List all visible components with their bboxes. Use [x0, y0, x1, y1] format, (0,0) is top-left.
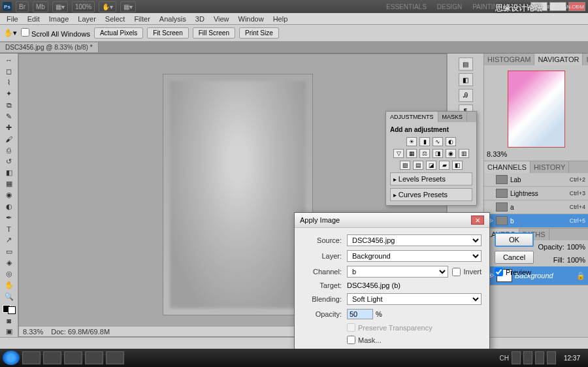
menu-window[interactable]: Window [235, 14, 268, 24]
marquee-tool-icon[interactable]: ◻ [2, 66, 16, 76]
brush-tool-icon[interactable]: 🖌 [2, 134, 16, 144]
cancel-button[interactable]: Cancel [495, 251, 534, 264]
channel-select[interactable]: b [347, 266, 448, 278]
move-tool-icon[interactable]: ↔ [2, 55, 16, 65]
opacity-input[interactable] [347, 309, 373, 319]
document-tab[interactable]: DSC3456.jpg @ 8.33% (b/8) * [0, 42, 99, 52]
panel-icon[interactable]: Ꭿ [459, 89, 473, 102]
workspace-essentials[interactable]: ESSENTIALS [386, 3, 427, 10]
screenmode-icon[interactable]: ▣ [2, 327, 16, 337]
tab-info[interactable]: INFO [583, 54, 588, 65]
adj-poster-icon[interactable]: ▤ [413, 161, 423, 170]
zoom-tool-icon[interactable]: 🔍 [2, 291, 16, 302]
tab-masks[interactable]: MASKS [438, 112, 468, 122]
taskbar-item[interactable] [85, 351, 103, 364]
tab-adjustments[interactable]: ADJUSTMENTS [386, 112, 438, 122]
tab-navigator[interactable]: NAVIGATOR [534, 54, 583, 65]
menu-layer[interactable]: Layer [74, 14, 100, 24]
blending-select[interactable]: Soft Light [347, 293, 482, 305]
fit-screen-button[interactable]: Fit Screen [147, 27, 189, 39]
heal-tool-icon[interactable]: ✚ [2, 122, 16, 133]
tray-icon[interactable] [512, 351, 521, 364]
blur-tool-icon[interactable]: ◉ [2, 190, 16, 200]
taskbar-item[interactable] [106, 351, 124, 364]
fill-screen-button[interactable]: Fill Screen [193, 27, 235, 39]
scroll-all-checkbox[interactable]: Scroll All Windows [21, 28, 90, 38]
canvas-zoom[interactable]: 8.33% [23, 328, 43, 336]
taskbar-item[interactable] [43, 351, 61, 364]
taskbar-item[interactable] [22, 351, 41, 364]
dialog-close-icon[interactable]: ✕ [471, 215, 484, 225]
source-select[interactable]: DSC3456.jpg [347, 234, 482, 246]
adj-invert-icon[interactable]: ▨ [400, 161, 410, 170]
menu-select[interactable]: Select [101, 14, 129, 24]
3d-camera-icon[interactable]: ◎ [2, 268, 16, 279]
titlebar-icon[interactable]: Br [16, 1, 29, 12]
titlebar-icon[interactable]: ▦▾ [52, 1, 68, 12]
adj-photo-icon[interactable]: ◉ [446, 149, 456, 158]
channel-row[interactable]: LabCtrl+2 [484, 173, 588, 187]
lasso-tool-icon[interactable]: ⌇ [2, 77, 16, 88]
menu-edit[interactable]: Edit [24, 14, 44, 24]
wand-tool-icon[interactable]: ✦ [2, 89, 16, 99]
navigator-preview[interactable] [508, 71, 565, 148]
channel-row[interactable]: aCtrl+4 [484, 200, 588, 214]
print-size-button[interactable]: Print Size [239, 27, 279, 39]
taskbar-item[interactable] [64, 351, 82, 364]
invert-checkbox[interactable]: Invert [452, 268, 482, 276]
adj-exposure-icon[interactable]: ◐ [446, 137, 456, 146]
curves-presets[interactable]: ▸ Curves Presets [390, 188, 472, 201]
quickmask-icon[interactable]: ◙ [2, 315, 16, 325]
ime-indicator[interactable]: CH [500, 355, 509, 362]
color-swatch[interactable] [3, 305, 16, 314]
adj-levels-icon[interactable]: ▮ [419, 137, 430, 146]
eraser-tool-icon[interactable]: ◧ [2, 167, 16, 178]
adj-gradient-icon[interactable]: ▰ [439, 161, 449, 170]
adj-bw-icon[interactable]: ◨ [433, 149, 443, 158]
adj-vibrance-icon[interactable]: ▽ [393, 149, 404, 158]
levels-presets[interactable]: ▸ Levels Presets [390, 172, 472, 185]
ok-button[interactable]: OK [495, 232, 534, 247]
navigator-zoom[interactable]: 8.33% [487, 150, 585, 158]
titlebar-icon[interactable]: ✋▾ [99, 1, 116, 12]
adj-curves-icon[interactable]: ∿ [433, 137, 443, 146]
tab-history[interactable]: HISTORY [531, 161, 570, 173]
titlebar-zoom[interactable]: 100% [72, 1, 95, 12]
document-canvas[interactable] [163, 74, 313, 315]
crop-tool-icon[interactable]: ⧉ [2, 100, 16, 110]
adj-selective-icon[interactable]: ◧ [452, 161, 463, 170]
menu-file[interactable]: File [3, 14, 22, 24]
tray-icon[interactable] [547, 351, 556, 364]
tray-icon[interactable] [523, 351, 532, 364]
adj-mixer-icon[interactable]: ▥ [459, 149, 469, 158]
taskbar-clock[interactable]: 12:37 [559, 355, 585, 362]
panel-icon[interactable]: ◧ [459, 73, 473, 86]
opacity-value[interactable]: 100% [567, 243, 585, 251]
pen-tool-icon[interactable]: ✒ [2, 212, 16, 223]
dodge-tool-icon[interactable]: ◐ [2, 201, 16, 212]
gradient-tool-icon[interactable]: ▦ [2, 179, 16, 189]
channel-row[interactable]: 👁bCtrl+5 [484, 214, 588, 228]
tab-channels[interactable]: CHANNELS [484, 161, 531, 173]
path-tool-icon[interactable]: ↗ [2, 235, 16, 246]
panel-icon[interactable]: ▤ [459, 57, 473, 71]
stamp-tool-icon[interactable]: ⎙ [2, 145, 16, 155]
type-tool-icon[interactable]: T [2, 224, 16, 234]
tab-histogram[interactable]: HISTOGRAM [484, 54, 534, 65]
history-brush-icon[interactable]: ↺ [2, 156, 16, 167]
mask-checkbox[interactable]: Mask... [347, 336, 482, 344]
menu-analysis[interactable]: Analysis [155, 14, 190, 24]
actual-pixels-button[interactable]: Actual Pixels [94, 27, 143, 39]
preview-checkbox[interactable]: Preview [495, 268, 534, 276]
tray-icon[interactable] [535, 351, 544, 364]
adj-hue-icon[interactable]: ▦ [406, 149, 417, 158]
shape-tool-icon[interactable]: ▭ [2, 246, 16, 257]
start-button[interactable] [3, 351, 20, 365]
eyedropper-tool-icon[interactable]: ✎ [2, 111, 16, 121]
workspace-design[interactable]: DESIGN [437, 3, 462, 10]
layer-select[interactable]: Background [347, 250, 482, 262]
hand-tool-icon[interactable]: ✋ [2, 280, 16, 291]
adj-brightness-icon[interactable]: ☀ [406, 137, 417, 146]
adj-balance-icon[interactable]: ⚖ [419, 149, 430, 158]
titlebar-icon[interactable]: Mb [33, 1, 48, 12]
